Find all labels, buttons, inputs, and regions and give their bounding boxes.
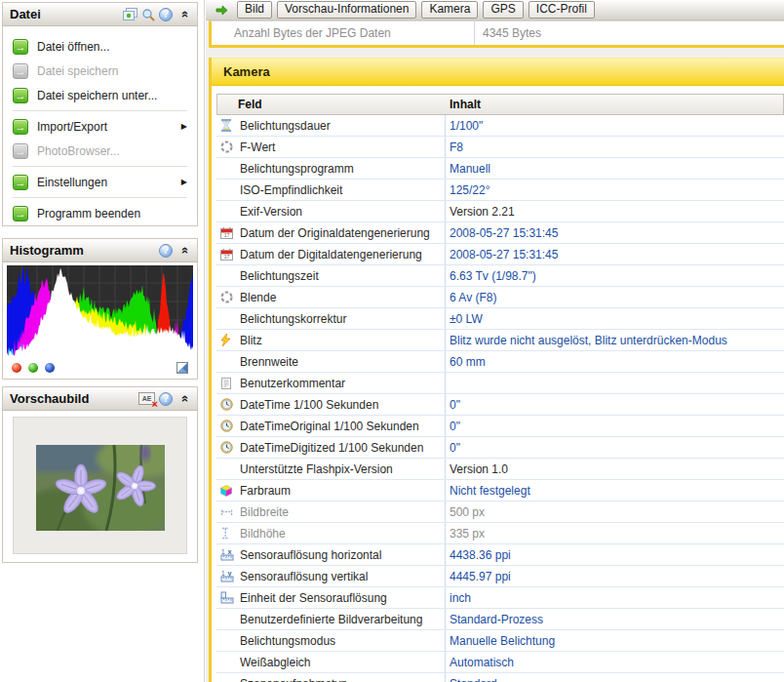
preview-panel: Vorschaubild AE× ? » — [2, 386, 198, 563]
field-value[interactable]: 0" — [445, 416, 784, 436]
tab-icc-profil[interactable]: ICC-Profil — [529, 1, 595, 19]
field-label: Farbraum — [240, 480, 445, 501]
no-icon — [216, 308, 240, 329]
flash-icon — [216, 330, 240, 350]
help-icon[interactable]: ? — [159, 8, 173, 21]
table-row: Belichtungsdauer1/100" — [216, 115, 784, 137]
calendar-icon: 17 — [216, 244, 240, 264]
field-label: Brennweite — [240, 351, 445, 372]
field-label: F-Wert — [240, 137, 445, 157]
table-row: WeißabgleichAutomatisch — [216, 652, 784, 673]
table-row: Brennweite60 mm — [216, 351, 784, 373]
menu-item-programm-beenden[interactable]: →Programm beenden — [3, 201, 197, 225]
table-row: Unterstützte Flashpix-VersionVersion 1.0 — [216, 459, 784, 480]
green-arrow-icon: → — [13, 143, 28, 159]
collapse-panel-icon[interactable]: » — [176, 392, 191, 406]
field-value: 4345 Bytes — [474, 21, 784, 45]
menu-item-import-export[interactable]: →Import/Export▶ — [3, 114, 197, 139]
field-label: Belichtungskorrektur — [240, 308, 445, 329]
field-value[interactable]: 1/100" — [445, 115, 784, 136]
field-value[interactable]: 4445.97 ppi — [445, 566, 784, 586]
photo-stack-icon[interactable] — [123, 8, 137, 21]
field-label: Blende — [240, 287, 445, 307]
colorcube-icon — [216, 480, 240, 501]
table-row: y1Sensorauflösung vertikal4445.97 ppi — [216, 566, 784, 587]
file-panel-header: Datei ? » — [3, 3, 197, 26]
field-label: Bildhöhe — [240, 523, 445, 543]
field-value[interactable]: 125/22° — [445, 180, 784, 200]
no-icon — [216, 201, 240, 221]
menu-item-datei-offnen[interactable]: →Datei öffnen... — [3, 34, 197, 59]
field-value[interactable]: Blitz wurde nicht ausgelöst, Blitz unter… — [445, 330, 784, 350]
field-label: Datum der Digitaldatengenerierung — [240, 244, 445, 264]
help-icon[interactable]: ? — [159, 392, 173, 406]
field-value[interactable]: inch — [445, 587, 784, 608]
preview-panel-header: Vorschaubild AE× ? » — [3, 387, 197, 411]
menu-item-datei-speichern-unter[interactable]: →Datei speichern unter... — [3, 83, 197, 107]
camera-section: Kamera Feld Inhalt Belichtungsdauer1/100… — [209, 58, 784, 682]
table-row: Benutzerdefinierte BildverarbeitungStand… — [216, 609, 784, 630]
table-row: DateTimeDigitized 1/100 Sekunden0" — [216, 437, 784, 459]
field-value[interactable]: Standard — [445, 673, 784, 682]
menu-item-einstellungen[interactable]: →Einstellungen▶ — [3, 170, 197, 194]
menu-item-label: PhotoBrowser... — [37, 144, 120, 158]
field-value[interactable]: Manuelle Belichtung — [445, 630, 784, 651]
field-label: Sensorauflösung vertikal — [240, 566, 445, 586]
help-icon[interactable]: ? — [159, 244, 173, 258]
table-row: Bildhöhe335 px — [216, 523, 784, 544]
field-value[interactable]: 2008-05-27 15:31:45 — [445, 222, 784, 243]
menu-item-datei-speichern: →Datei speichern — [3, 59, 197, 83]
table-row: DateTime 1/100 Sekunden0" — [216, 394, 784, 416]
table-row: Belichtungszeit6.63 Tv (1/98.7") — [216, 265, 784, 287]
collapse-panel-icon[interactable]: » — [176, 8, 191, 21]
field-label: Weißabgleich — [240, 652, 445, 672]
table-row: DateTimeOriginal 1/100 Sekunden0" — [216, 416, 784, 437]
field-value[interactable]: F8 — [445, 137, 784, 157]
previous-section-tail: Anzahl Bytes der JPEG Daten 4345 Bytes — [209, 20, 784, 48]
no-icon — [216, 673, 240, 682]
svg-text:1: 1 — [221, 570, 225, 577]
field-value[interactable]: 6.63 Tv (1/98.7") — [445, 265, 784, 286]
field-value[interactable]: ±0 LW — [445, 308, 784, 329]
field-value[interactable]: 4438.36 ppi — [445, 544, 784, 565]
file-menu: →Datei öffnen...→Datei speichern→Datei s… — [3, 26, 197, 225]
green-arrow-icon: → — [13, 63, 28, 79]
field-value[interactable]: 0" — [445, 394, 784, 415]
field-value[interactable]: Standard-Prozess — [445, 609, 784, 629]
comment-icon — [216, 373, 240, 393]
collapse-panel-icon[interactable]: » — [176, 244, 191, 258]
tab-kamera[interactable]: Kamera — [421, 1, 478, 19]
red-channel-button[interactable] — [12, 363, 21, 373]
field-label: Belichtungsprogramm — [240, 158, 445, 179]
table-row: BlitzBlitz wurde nicht ausgelöst, Blitz … — [216, 330, 784, 351]
preview-panel-title: Vorschaubild — [10, 391, 135, 406]
green-arrow-icon — [216, 5, 228, 16]
green-arrow-icon: → — [13, 206, 28, 221]
tab-bar: BildVorschau-InformationenKameraGPSICC-P… — [206, 0, 784, 20]
green-channel-button[interactable] — [28, 363, 38, 373]
field-value[interactable]: 0" — [445, 437, 784, 458]
table-row: Benutzerkommentar — [216, 373, 784, 394]
field-label: Unterstützte Flashpix-Version — [240, 459, 445, 479]
field-value[interactable]: 60 mm — [445, 351, 784, 372]
green-arrow-icon: → — [13, 175, 28, 190]
histogram-panel-title: Histogramm — [10, 243, 155, 258]
menu-separator — [13, 110, 187, 111]
blue-channel-button[interactable] — [45, 363, 55, 373]
table-row: Blende6 Av (F8) — [216, 287, 784, 308]
auto-exif-off-icon[interactable]: AE× — [138, 392, 155, 405]
tab-vorschau-informationen[interactable]: Vorschau-Informationen — [277, 1, 416, 19]
field-value[interactable]: Automatisch — [445, 652, 784, 672]
field-value[interactable]: 6 Av (F8) — [445, 287, 784, 307]
tab-bild[interactable]: Bild — [237, 1, 272, 19]
histogram-export-icon[interactable] — [176, 362, 188, 374]
menu-separator — [13, 166, 187, 167]
svg-text:17: 17 — [224, 232, 230, 238]
tab-gps[interactable]: GPS — [483, 1, 523, 19]
search-icon[interactable] — [141, 8, 155, 21]
green-arrow-icon: → — [13, 119, 28, 135]
field-value[interactable]: Manuell — [445, 158, 784, 179]
field-value[interactable]: Nicht festgelegt — [445, 480, 784, 501]
field-value[interactable]: 2008-05-27 15:31:45 — [445, 244, 784, 264]
tabs: BildVorschau-InformationenKameraGPSICC-P… — [237, 1, 595, 19]
